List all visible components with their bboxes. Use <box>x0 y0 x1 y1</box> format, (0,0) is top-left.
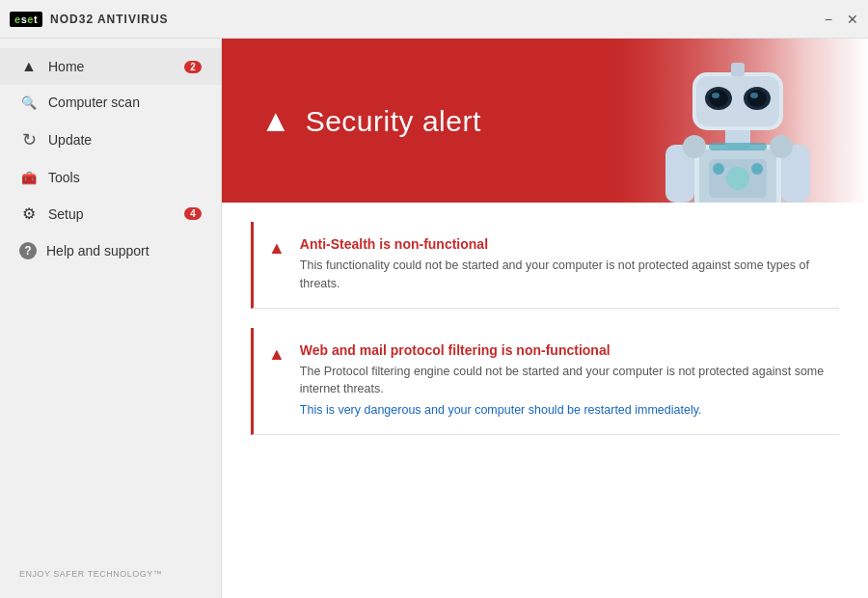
eset-logo-e2: e <box>27 14 34 25</box>
svg-point-5 <box>713 163 724 175</box>
alerts-section: ▲ Anti-Stealth is non-functional This fu… <box>222 203 868 474</box>
svg-point-13 <box>747 90 767 107</box>
svg-point-12 <box>709 90 728 107</box>
eset-logo-badge: eset <box>10 12 42 27</box>
sidebar-item-update[interactable]: ↻ Update <box>0 120 221 160</box>
alert-content-1: Anti-Stealth is non-functional This func… <box>300 236 839 293</box>
sidebar-item-label: Tools <box>48 170 202 185</box>
hero-banner: ▲ Security alert <box>222 39 868 203</box>
hero-title: Security alert <box>306 104 481 137</box>
sidebar-item-label: Home <box>48 59 175 74</box>
svg-rect-21 <box>709 143 767 150</box>
gear-icon: ⚙ <box>19 204 39 223</box>
svg-point-15 <box>750 93 758 98</box>
alert-title-2: Web and mail protocol filtering is non-f… <box>300 342 839 358</box>
sidebar-item-tools[interactable]: 🧰 Tools <box>0 160 221 195</box>
sidebar-item-label: Help and support <box>46 243 202 258</box>
tools-icon: 🧰 <box>19 171 39 185</box>
sidebar-item-label: Setup <box>48 206 175 222</box>
minimize-button[interactable]: − <box>825 13 832 26</box>
home-badge: 2 <box>184 61 202 73</box>
sidebar-item-help[interactable]: ? Help and support <box>0 232 221 269</box>
main-layout: ▲ Home 2 🔍 Computer scan ↻ Update 🧰 Tool… <box>0 39 868 598</box>
svg-rect-16 <box>731 63 745 76</box>
sidebar-item-computer-scan[interactable]: 🔍 Computer scan <box>0 85 221 120</box>
sidebar: ▲ Home 2 🔍 Computer scan ↻ Update 🧰 Tool… <box>0 39 222 598</box>
sidebar-item-label: Computer scan <box>48 95 202 110</box>
titlebar: eset NOD32 ANTIVIRUS − ✕ <box>0 0 868 39</box>
close-button[interactable]: ✕ <box>847 13 858 26</box>
alert-web-mail: ▲ Web and mail protocol filtering is non… <box>251 328 839 435</box>
svg-point-4 <box>726 167 749 190</box>
help-icon: ? <box>19 242 37 259</box>
alert-desc-2-line1: The Protocol filtering engine could not … <box>300 363 839 399</box>
eset-logo-e: e <box>14 14 21 25</box>
search-icon: 🔍 <box>19 95 39 110</box>
setup-badge: 4 <box>184 207 202 220</box>
alert-desc-1: This functionality could not be started … <box>300 257 839 293</box>
sidebar-item-setup[interactable]: ⚙ Setup 4 <box>0 195 221 232</box>
hero-text: ▲ Security alert <box>260 103 481 139</box>
sidebar-footer: ENJOY SAFER TECHNOLOGY™ <box>0 559 221 588</box>
update-icon: ↻ <box>19 129 39 150</box>
alert-triangle-icon: ▲ <box>260 103 291 139</box>
content-area: ▲ Security alert <box>222 39 868 598</box>
sidebar-item-label: Update <box>48 132 202 148</box>
svg-point-6 <box>751 163 763 175</box>
alert-icon-1: ▲ <box>268 238 285 293</box>
svg-point-14 <box>712 93 719 98</box>
app-title: NOD32 ANTIVIRUS <box>50 13 169 26</box>
alert-icon-2: ▲ <box>268 344 285 420</box>
home-icon: ▲ <box>19 58 39 75</box>
alert-title-1: Anti-Stealth is non-functional <box>300 236 839 252</box>
sidebar-item-home[interactable]: ▲ Home 2 <box>0 48 221 85</box>
window-controls: − ✕ <box>825 13 858 26</box>
alert-content-2: Web and mail protocol filtering is non-f… <box>300 342 839 420</box>
svg-point-20 <box>770 135 793 158</box>
app-logo: eset NOD32 ANTIVIRUS <box>10 12 169 27</box>
alert-desc-2-line2: This is very dangerous and your computer… <box>300 401 839 420</box>
alert-anti-stealth: ▲ Anti-Stealth is non-functional This fu… <box>251 222 839 309</box>
svg-point-19 <box>683 135 706 158</box>
robot-image <box>608 39 868 203</box>
